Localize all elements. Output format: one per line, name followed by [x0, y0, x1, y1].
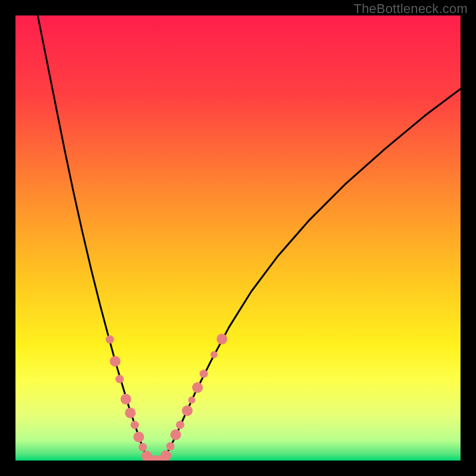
right-marker [188, 396, 195, 403]
right-marker [166, 442, 174, 450]
right-marker [211, 351, 218, 358]
right-marker [199, 369, 208, 378]
left-marker [125, 408, 136, 418]
curve-right-branch [162, 89, 461, 461]
right-marker [176, 421, 184, 429]
right-marker [170, 430, 181, 440]
left-marker [110, 356, 121, 367]
chart-frame: TheBottleneck.com [0, 0, 476, 476]
curve-left-branch [37, 15, 149, 461]
curve-layer [15, 15, 461, 461]
left-marker [106, 336, 114, 344]
watermark-text: TheBottleneck.com [353, 1, 468, 17]
right-marker [192, 382, 203, 393]
right-marker [182, 405, 193, 416]
left-marker [130, 421, 139, 429]
left-marker [139, 443, 147, 452]
left-marker [133, 431, 144, 442]
right-marker [217, 334, 227, 345]
left-marker [115, 375, 124, 383]
plot-area [15, 15, 461, 461]
left-marker [121, 394, 131, 405]
